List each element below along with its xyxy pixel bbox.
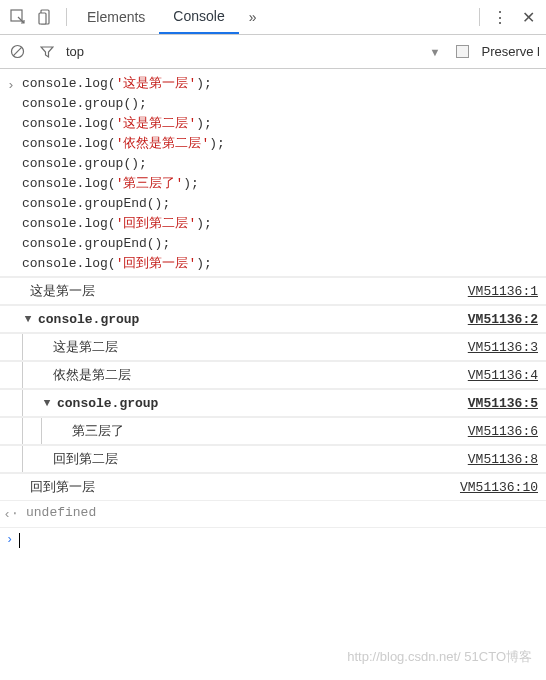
- log-row: ▼console.groupVM51136:5: [0, 389, 546, 417]
- svg-line-4: [13, 47, 22, 56]
- source-link[interactable]: VM51136:2: [468, 312, 546, 327]
- disclosure-triangle-icon[interactable]: ▼: [22, 313, 34, 325]
- filter-icon[interactable]: [36, 41, 58, 63]
- clear-console-icon[interactable]: [6, 41, 28, 63]
- log-row: 这是第二层VM51136:3: [0, 333, 546, 361]
- code-line: console.log('回到第一层');: [22, 254, 546, 274]
- log-row: 依然是第二层VM51136:4: [0, 361, 546, 389]
- log-text: 这是第二层: [49, 338, 468, 356]
- code-line: console.groupEnd();: [22, 234, 546, 254]
- source-link[interactable]: VM51136:8: [468, 452, 546, 467]
- preserve-log-label: Preserve l: [481, 44, 540, 59]
- log-row: ▼console.groupVM51136:2: [0, 305, 546, 333]
- log-row: 回到第一层VM51136:10: [0, 473, 546, 501]
- prompt-arrow-icon: ›: [6, 533, 13, 547]
- code-line: console.group();: [22, 94, 546, 114]
- source-link[interactable]: VM51136:10: [460, 480, 546, 495]
- log-text: 第三层了: [68, 422, 468, 440]
- source-link[interactable]: VM51136:5: [468, 396, 546, 411]
- log-text: 依然是第二层: [49, 366, 468, 384]
- code-line: console.log('回到第二层');: [22, 214, 546, 234]
- log-text: 回到第二层: [49, 450, 468, 468]
- code-line: console.log('这是第二层');: [22, 114, 546, 134]
- separator: [66, 8, 67, 26]
- kebab-menu-icon[interactable]: ⋮: [486, 3, 514, 31]
- disclosure-triangle-icon[interactable]: ▼: [41, 397, 53, 409]
- log-text: console.group: [34, 312, 468, 327]
- context-selector[interactable]: top: [66, 44, 422, 59]
- console-body: › console.log('这是第一层');console.group();c…: [0, 69, 546, 552]
- preserve-log-checkbox[interactable]: [456, 45, 469, 58]
- return-row: ‹⋅ undefined: [0, 501, 546, 528]
- code-line: console.log('第三层了');: [22, 174, 546, 194]
- device-toggle-icon[interactable]: [32, 3, 60, 31]
- console-toolbar: top ▼ Preserve l: [0, 35, 546, 69]
- svg-rect-2: [39, 13, 46, 24]
- source-link[interactable]: VM51136:6: [468, 424, 546, 439]
- more-tabs-icon[interactable]: »: [239, 3, 267, 31]
- devtools-header: Elements Console » ⋮ ✕: [0, 0, 546, 35]
- source-link[interactable]: VM51136:4: [468, 368, 546, 383]
- close-icon[interactable]: ✕: [514, 3, 542, 31]
- tab-console[interactable]: Console: [159, 0, 238, 34]
- console-prompt[interactable]: ›: [0, 528, 546, 552]
- return-value: undefined: [22, 503, 546, 523]
- log-row: 回到第二层VM51136:8: [0, 445, 546, 473]
- source-link[interactable]: VM51136:1: [468, 284, 546, 299]
- log-text: 回到第一层: [26, 478, 460, 496]
- tab-elements[interactable]: Elements: [73, 1, 159, 33]
- source-link[interactable]: VM51136:3: [468, 340, 546, 355]
- log-text: 这是第一层: [26, 282, 468, 300]
- code-line: console.groupEnd();: [22, 194, 546, 214]
- input-prompt-icon: ›: [0, 74, 22, 96]
- code-line: console.group();: [22, 154, 546, 174]
- code-line: console.log('依然是第二层');: [22, 134, 546, 154]
- chevron-down-icon[interactable]: ▼: [430, 46, 441, 58]
- separator: [479, 8, 480, 26]
- inspect-icon[interactable]: [4, 3, 32, 31]
- log-row: 第三层了VM51136:6: [0, 417, 546, 445]
- log-row: 这是第一层VM51136:1: [0, 277, 546, 305]
- code-line: console.log('这是第一层');: [22, 74, 546, 94]
- watermark: http://blog.csdn.net/ 51CTO博客: [347, 648, 532, 666]
- log-text: console.group: [53, 396, 468, 411]
- text-cursor: [19, 533, 20, 548]
- console-input-block: › console.log('这是第一层');console.group();c…: [0, 73, 546, 277]
- return-arrow-icon: ‹⋅: [0, 503, 22, 525]
